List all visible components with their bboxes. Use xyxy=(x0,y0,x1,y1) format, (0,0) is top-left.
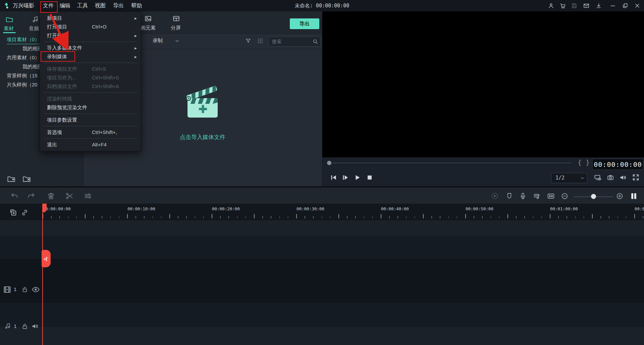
zoom-in-icon[interactable] xyxy=(616,192,624,200)
menu-item-import-media[interactable]: 导入多媒体文件▶ xyxy=(40,44,141,52)
delete-folder-icon[interactable] xyxy=(22,174,31,183)
filter-icon[interactable] xyxy=(245,38,252,44)
export-button[interactable]: 导出 xyxy=(290,18,319,29)
prev-frame-icon[interactable] xyxy=(329,174,337,182)
ruler-tick xyxy=(246,216,246,218)
menu-help[interactable]: 帮助 xyxy=(131,2,142,9)
voiceover-icon[interactable] xyxy=(519,192,527,200)
app-logo-icon xyxy=(3,2,10,9)
zoom-slider-handle[interactable] xyxy=(591,194,596,199)
chevron-down-icon[interactable] xyxy=(174,38,180,44)
add-track-icon[interactable] xyxy=(9,208,17,217)
menu-item-delete-render-files[interactable]: 删除预览渲染文件 xyxy=(40,103,141,112)
sidebar-item-project-media[interactable]: 项目素材（0） xyxy=(7,37,40,44)
timeline-band-3[interactable] xyxy=(0,327,644,345)
ruler-tick xyxy=(296,214,297,218)
redo-icon[interactable] xyxy=(27,192,36,200)
menu-item-save-project[interactable]: 保存项目文件Ctrl+S xyxy=(40,65,141,73)
scrubber-track[interactable] xyxy=(332,162,571,163)
video-track-lane[interactable] xyxy=(0,259,644,303)
ruler-tick xyxy=(161,216,162,218)
audio-track-lane[interactable] xyxy=(0,303,644,327)
video-track-header: 1 xyxy=(0,285,43,298)
grid-view-icon[interactable] xyxy=(257,38,264,44)
fullscreen-icon[interactable] xyxy=(632,173,640,182)
link-icon[interactable] xyxy=(21,209,29,216)
menu-edit[interactable]: 编辑 xyxy=(60,2,70,9)
sidebar-item-background-samples[interactable]: 背景样例（15 xyxy=(7,73,38,79)
timeline-band-2[interactable] xyxy=(0,236,644,259)
display-settings-icon[interactable] xyxy=(594,174,602,182)
timeline-toolbar xyxy=(0,186,644,205)
menu-item-open-recent[interactable]: 打开最近▶ xyxy=(40,31,141,40)
ruler-label: 00:00:00:00 xyxy=(43,206,71,211)
playhead-split-handle[interactable] xyxy=(42,250,51,267)
search-icon[interactable] xyxy=(312,39,318,45)
search-input[interactable] xyxy=(271,37,310,46)
next-frame-icon[interactable] xyxy=(341,174,349,182)
volume-icon[interactable] xyxy=(31,322,39,330)
mark-in-brace[interactable]: { xyxy=(578,159,582,166)
close-icon[interactable] xyxy=(634,2,641,9)
menu-item-open-project[interactable]: 打开项目Ctrl+O xyxy=(40,22,141,31)
scrubber-handle[interactable] xyxy=(327,161,331,165)
menu-item-archive-project[interactable]: 归档项目文件Ctrl+Shift+A xyxy=(40,82,141,91)
restore-icon[interactable] xyxy=(622,2,629,9)
ruler-tick xyxy=(347,216,347,218)
preview-quality-dropdown[interactable]: 1/2 xyxy=(551,173,587,183)
delete-icon[interactable] xyxy=(47,192,55,200)
play-icon[interactable] xyxy=(353,174,361,182)
timeline-band[interactable] xyxy=(0,220,644,236)
ruler-tick xyxy=(279,216,280,218)
menu-item-new-project[interactable]: 新项目▶ xyxy=(40,14,141,22)
menu-file[interactable]: 文件 xyxy=(43,2,54,9)
new-folder-icon[interactable] xyxy=(7,174,16,183)
sidebar-item-shared-media[interactable]: 共用素材（0） xyxy=(7,55,40,61)
fit-timeline-icon[interactable] xyxy=(547,192,555,200)
menu-export[interactable]: 导出 xyxy=(113,2,124,9)
stop-icon[interactable] xyxy=(366,174,374,182)
playhead-handle[interactable] xyxy=(43,204,47,212)
mark-out-brace[interactable]: } xyxy=(586,159,590,166)
sidebar-item-intro-samples[interactable]: 片头样例（20 xyxy=(7,82,38,88)
menu-item-project-settings[interactable]: 项目参数设置 xyxy=(40,116,141,124)
minimize-icon[interactable] xyxy=(609,2,616,9)
preview-screen[interactable] xyxy=(322,11,644,157)
import-media-dropzone[interactable]: 点击导入媒体文件 xyxy=(169,82,236,142)
menu-item-record-media[interactable]: 录制媒体▶ xyxy=(40,52,141,61)
undo-icon[interactable] xyxy=(10,192,19,200)
download-icon[interactable] xyxy=(595,2,602,9)
ruler-tick xyxy=(313,216,314,218)
audio-mixer-icon[interactable] xyxy=(533,192,541,200)
lock-icon[interactable] xyxy=(21,286,29,293)
timeline-panel: 00:00:00:0000:00:10:0000:00:20:0000:00:3… xyxy=(0,204,644,345)
menu-tools[interactable]: 工具 xyxy=(77,2,88,9)
menu-item-preferences[interactable]: 首选项Ctrl+Shift+, xyxy=(40,128,141,137)
menu-item-render-timeline[interactable]: 渲染时间线 xyxy=(40,94,141,103)
category-dropdown[interactable]: 录制 xyxy=(153,38,163,44)
menu-item-exit[interactable]: 退出Alt+F4 xyxy=(40,140,141,149)
ruler-tick xyxy=(457,216,458,218)
render-preview-icon[interactable] xyxy=(490,192,499,200)
marker-icon[interactable] xyxy=(505,192,513,200)
tab-splitscreen[interactable]: 分屏 xyxy=(168,11,188,33)
volume-icon[interactable] xyxy=(619,174,627,182)
adjust-icon[interactable] xyxy=(84,192,92,200)
playhead[interactable] xyxy=(42,204,43,345)
timeline-ruler[interactable]: 00:00:00:0000:00:10:0000:00:20:0000:00:3… xyxy=(0,204,644,220)
user-icon[interactable] xyxy=(548,2,554,9)
ruler-tick xyxy=(93,216,94,218)
menu-item-save-as[interactable]: 项目另存为...Ctrl+Shift+S xyxy=(40,73,141,82)
tab-media[interactable]: 素材 xyxy=(0,11,23,33)
save-icon[interactable] xyxy=(571,2,578,9)
split-icon[interactable] xyxy=(65,192,74,200)
menu-view[interactable]: 视图 xyxy=(95,2,106,9)
snapshot-icon[interactable] xyxy=(607,174,614,181)
preview-scrubber[interactable] xyxy=(327,160,572,165)
zoom-out-icon[interactable] xyxy=(561,192,569,200)
cart-icon[interactable] xyxy=(559,2,566,9)
mail-icon[interactable] xyxy=(583,2,590,9)
lock-icon[interactable] xyxy=(21,323,29,330)
dual-panel-icon[interactable] xyxy=(629,192,638,201)
visibility-icon[interactable] xyxy=(31,285,40,294)
